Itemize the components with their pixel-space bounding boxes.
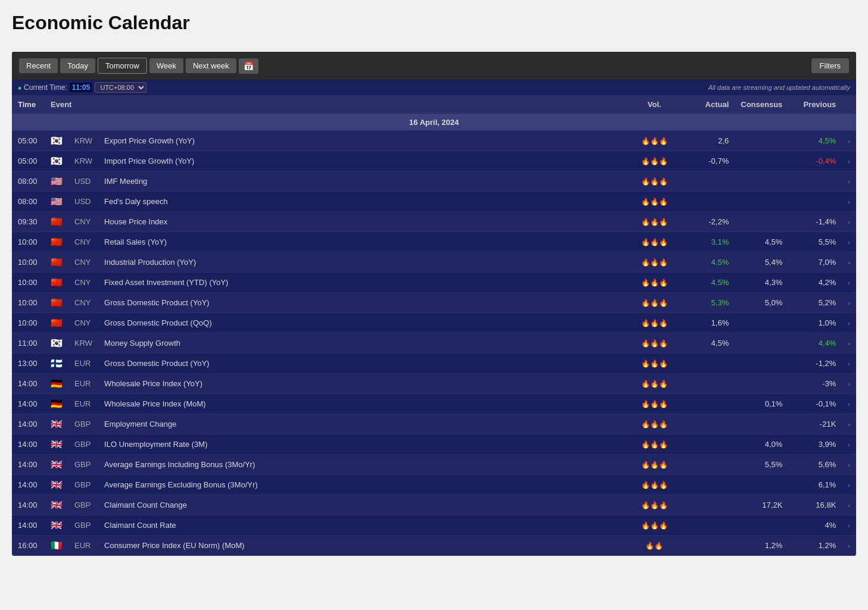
flame-icon: 🔥	[650, 279, 659, 287]
col-header-actual: Actual	[681, 95, 735, 114]
table-row[interactable]: 10:00 🇨🇳 CNY Gross Domestic Product (QoQ…	[12, 313, 856, 333]
consensus-value	[735, 333, 788, 354]
consensus-value: 5,0%	[735, 293, 788, 313]
table-row[interactable]: 10:00 🇨🇳 CNY Retail Sales (YoY) 🔥🔥🔥 3,1%…	[12, 232, 856, 252]
table-row[interactable]: 14:00 🇬🇧 GBP Average Earnings Excluding …	[12, 475, 856, 495]
previous-value: -0,4%	[788, 151, 842, 171]
event-time: 05:00	[12, 131, 45, 151]
table-row[interactable]: 10:00 🇨🇳 CNY Industrial Production (YoY)…	[12, 252, 856, 273]
row-expand-arrow[interactable]: ›	[842, 192, 856, 212]
row-expand-arrow[interactable]: ›	[842, 515, 856, 536]
consensus-value	[735, 515, 788, 536]
table-row[interactable]: 16:00 🇮🇹 EUR Consumer Price Index (EU No…	[12, 536, 856, 556]
flame-icon: 🔥	[641, 319, 650, 327]
table-row[interactable]: 05:00 🇰🇷 KRW Export Price Growth (YoY) 🔥…	[12, 131, 856, 151]
previous-value: -3%	[788, 374, 842, 394]
table-row[interactable]: 08:00 🇺🇸 USD Fed's Daly speech 🔥🔥🔥 ›	[12, 192, 856, 212]
row-expand-arrow[interactable]: ›	[842, 455, 856, 475]
table-row[interactable]: 14:00 🇬🇧 GBP Employment Change 🔥🔥🔥 -21K …	[12, 414, 856, 434]
filters-button[interactable]: Filters	[811, 58, 849, 73]
row-expand-arrow[interactable]: ›	[842, 354, 856, 374]
actual-value	[681, 475, 735, 495]
row-expand-arrow[interactable]: ›	[842, 171, 856, 192]
table-row[interactable]: 14:00 🇬🇧 GBP ILO Unemployment Rate (3M) …	[12, 434, 856, 455]
flame-icon: 🔥	[659, 440, 668, 449]
tab-recent[interactable]: Recent	[19, 58, 58, 73]
event-time: 14:00	[12, 394, 45, 414]
timezone-select[interactable]: UTC+08:00 UTC+00:00 UTC-05:00	[95, 82, 146, 93]
row-expand-arrow[interactable]: ›	[842, 273, 856, 293]
table-row[interactable]: 14:00 🇬🇧 GBP Average Earnings Including …	[12, 455, 856, 475]
row-expand-arrow[interactable]: ›	[842, 434, 856, 455]
row-expand-arrow[interactable]: ›	[842, 414, 856, 434]
table-row[interactable]: 13:00 🇫🇮 EUR Gross Domestic Product (YoY…	[12, 354, 856, 374]
table-row[interactable]: 10:00 🇨🇳 CNY Fixed Asset Investment (YTD…	[12, 273, 856, 293]
table-row[interactable]: 10:00 🇨🇳 CNY Gross Domestic Product (YoY…	[12, 293, 856, 313]
table-row[interactable]: 09:30 🇨🇳 CNY House Price Index 🔥🔥🔥 -2,2%…	[12, 212, 856, 232]
consensus-value	[735, 131, 788, 151]
event-time: 14:00	[12, 455, 45, 475]
row-expand-arrow[interactable]: ›	[842, 232, 856, 252]
currency-code: CNY	[68, 313, 98, 333]
row-expand-arrow[interactable]: ›	[842, 131, 856, 151]
row-expand-arrow[interactable]: ›	[842, 252, 856, 273]
flame-icon: 🔥	[659, 380, 668, 388]
flame-icon: 🔥	[659, 359, 668, 368]
table-row[interactable]: 05:00 🇰🇷 KRW Import Price Growth (YoY) 🔥…	[12, 151, 856, 171]
col-header-arrow	[842, 95, 856, 114]
country-flag: 🇨🇳	[45, 313, 68, 333]
row-expand-arrow[interactable]: ›	[842, 212, 856, 232]
currency-code: EUR	[68, 374, 98, 394]
col-header-previous: Previous	[788, 95, 842, 114]
table-row[interactable]: 14:00 🇩🇪 EUR Wholesale Price Index (MoM)…	[12, 394, 856, 414]
tab-tomorrow[interactable]: Tomorrow	[98, 58, 147, 74]
actual-value: 3,1%	[681, 232, 735, 252]
country-flag: 🇫🇮	[45, 354, 68, 374]
country-flag: 🇨🇳	[45, 252, 68, 273]
flame-icon: 🔥	[659, 157, 668, 165]
flame-icon: 🔥	[659, 177, 668, 186]
row-expand-arrow[interactable]: ›	[842, 495, 856, 515]
row-expand-arrow[interactable]: ›	[842, 475, 856, 495]
tab-week[interactable]: Week	[149, 58, 183, 73]
table-row[interactable]: 14:00 🇬🇧 GBP Claimant Count Change 🔥🔥🔥 1…	[12, 495, 856, 515]
calendar-picker-button[interactable]: 📅	[239, 58, 258, 74]
event-time: 10:00	[12, 313, 45, 333]
flame-icon: 🔥	[659, 258, 668, 267]
country-flag: 🇬🇧	[45, 414, 68, 434]
volatility-flames: 🔥🔥🔥	[627, 313, 681, 333]
table-row[interactable]: 14:00 🇩🇪 EUR Wholesale Price Index (YoY)…	[12, 374, 856, 394]
tab-today[interactable]: Today	[60, 58, 95, 73]
currency-code: GBP	[68, 515, 98, 536]
event-time: 13:00	[12, 354, 45, 374]
previous-value	[788, 171, 842, 192]
consensus-value	[735, 212, 788, 232]
table-row[interactable]: 08:00 🇺🇸 USD IMF Meeting 🔥🔥🔥 ›	[12, 171, 856, 192]
row-expand-arrow[interactable]: ›	[842, 333, 856, 354]
row-expand-arrow[interactable]: ›	[842, 151, 856, 171]
row-expand-arrow[interactable]: ›	[842, 374, 856, 394]
actual-value: 2,6	[681, 131, 735, 151]
flame-icon: 🔥	[659, 218, 668, 226]
event-name: Gross Domestic Product (QoQ)	[98, 313, 627, 333]
table-row[interactable]: 11:00 🇰🇷 KRW Money Supply Growth 🔥🔥🔥 4,5…	[12, 333, 856, 354]
row-expand-arrow[interactable]: ›	[842, 293, 856, 313]
country-flag: 🇰🇷	[45, 131, 68, 151]
previous-value: 1,2%	[788, 536, 842, 556]
tab-next-week[interactable]: Next week	[186, 58, 236, 73]
consensus-value: 17,2K	[735, 495, 788, 515]
row-expand-arrow[interactable]: ›	[842, 313, 856, 333]
actual-value	[681, 434, 735, 455]
table-row[interactable]: 14:00 🇬🇧 GBP Claimant Count Rate 🔥🔥🔥 4% …	[12, 515, 856, 536]
volatility-flames: 🔥🔥🔥	[627, 394, 681, 414]
event-name: IMF Meeting	[98, 171, 627, 192]
row-expand-arrow[interactable]: ›	[842, 536, 856, 556]
actual-value	[681, 414, 735, 434]
row-expand-arrow[interactable]: ›	[842, 394, 856, 414]
flame-icon: 🔥	[650, 380, 659, 388]
flame-icon: 🔥	[650, 400, 659, 408]
consensus-value: 1,2%	[735, 536, 788, 556]
streaming-note: All data are streaming and updated autom…	[708, 84, 850, 91]
flame-icon: 🔥	[650, 137, 659, 145]
currency-code: GBP	[68, 455, 98, 475]
